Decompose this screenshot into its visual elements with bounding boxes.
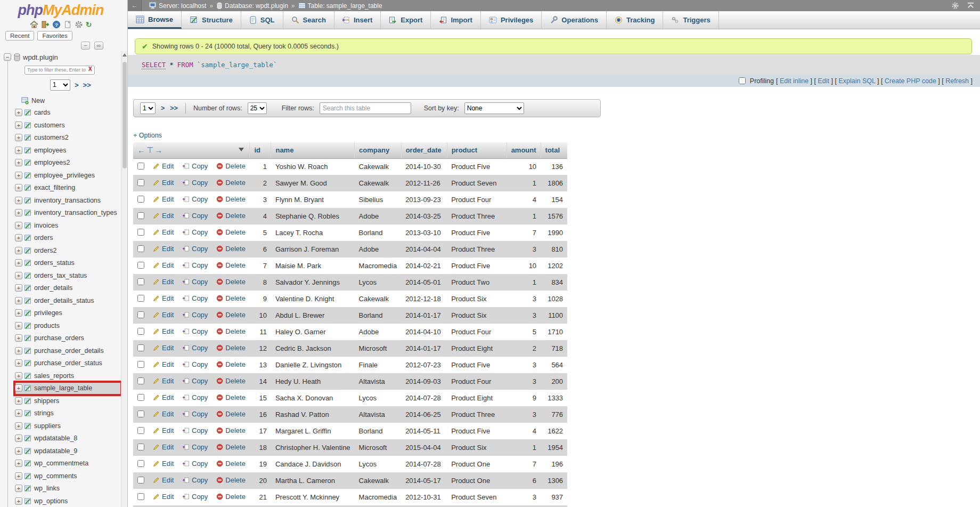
recent-button[interactable]: Recent bbox=[5, 31, 34, 41]
tab-search[interactable]: Search bbox=[283, 11, 334, 29]
tree-table-item[interactable]: + purchase_order_details bbox=[15, 344, 121, 357]
copy-link[interactable]: Copy bbox=[183, 294, 208, 302]
row-checkbox[interactable] bbox=[137, 295, 144, 302]
tree-next-page[interactable]: > bbox=[75, 81, 79, 89]
copy-link[interactable]: Copy bbox=[183, 195, 208, 203]
delete-link[interactable]: Delete bbox=[216, 377, 246, 385]
copy-link[interactable]: Copy bbox=[183, 360, 208, 368]
expand-icon[interactable]: + bbox=[15, 197, 22, 204]
tree-table-item[interactable]: + wp_options bbox=[15, 495, 121, 507]
tree-table-item[interactable]: + purchase_order_status bbox=[15, 357, 121, 370]
tree-table-item[interactable]: + wp_comments bbox=[15, 470, 121, 482]
row-checkbox[interactable] bbox=[137, 477, 144, 484]
expand-icon[interactable]: + bbox=[15, 347, 22, 355]
sql-keyword-select[interactable]: SELECT bbox=[142, 61, 166, 69]
tree-last-page[interactable]: >> bbox=[83, 81, 91, 89]
row-checkbox[interactable] bbox=[137, 229, 144, 236]
delete-link[interactable]: Delete bbox=[216, 261, 246, 269]
tree-table-item[interactable]: + strings bbox=[15, 407, 121, 420]
sort-caret-icon[interactable] bbox=[239, 148, 244, 151]
edit-link[interactable]: Edit bbox=[153, 179, 174, 187]
tree-table-item[interactable]: + suppliers bbox=[15, 420, 121, 432]
expand-icon[interactable]: + bbox=[15, 359, 22, 367]
delete-link[interactable]: Delete bbox=[216, 179, 246, 187]
edit-link[interactable]: Edit bbox=[153, 294, 174, 302]
delete-link[interactable]: Delete bbox=[216, 360, 246, 368]
copy-link[interactable]: Copy bbox=[183, 493, 208, 501]
edit-link[interactable]: Edit bbox=[153, 245, 174, 253]
copy-link[interactable]: Copy bbox=[183, 162, 208, 170]
page-settings-gear-icon[interactable] bbox=[951, 2, 959, 10]
expand-icon[interactable]: + bbox=[15, 460, 22, 467]
column-reorder-icon[interactable]: ←⊤→ bbox=[137, 146, 164, 155]
tab-sql[interactable]: SQL bbox=[241, 11, 283, 29]
copy-link[interactable]: Copy bbox=[183, 443, 208, 451]
copy-link[interactable]: Copy bbox=[183, 261, 208, 269]
expand-icon[interactable]: + bbox=[15, 372, 22, 380]
edit-link[interactable]: Edit bbox=[153, 344, 174, 352]
edit-link[interactable]: Edit bbox=[153, 162, 174, 170]
row-checkbox[interactable] bbox=[137, 427, 144, 434]
edit-link[interactable]: Edit bbox=[153, 311, 174, 319]
sync-link-button[interactable]: ∞ bbox=[94, 42, 103, 50]
copy-link[interactable]: Copy bbox=[183, 245, 208, 253]
edit-link[interactable]: Edit bbox=[153, 228, 174, 236]
tab-insert[interactable]: Insert bbox=[334, 11, 381, 29]
tree-table-item[interactable]: + privileges bbox=[15, 307, 121, 320]
expand-icon[interactable]: + bbox=[15, 122, 22, 129]
tree-page-select[interactable]: 1 bbox=[50, 79, 70, 91]
options-toggle[interactable]: + Options bbox=[133, 132, 162, 139]
profiling-link[interactable]: Refresh bbox=[945, 77, 969, 85]
delete-link[interactable]: Delete bbox=[216, 228, 246, 236]
expand-icon[interactable]: + bbox=[15, 297, 22, 304]
row-checkbox[interactable] bbox=[137, 411, 144, 417]
expand-icon[interactable]: + bbox=[15, 309, 22, 317]
row-checkbox[interactable] bbox=[137, 245, 144, 252]
delete-link[interactable]: Delete bbox=[216, 278, 246, 286]
delete-link[interactable]: Delete bbox=[216, 162, 246, 170]
tree-table-item[interactable]: + wp_commentmeta bbox=[15, 457, 121, 470]
sidebar-scrollbar[interactable] bbox=[121, 51, 127, 507]
filter-clear-icon[interactable]: X bbox=[88, 66, 92, 72]
home-icon[interactable] bbox=[30, 20, 38, 29]
tree-table-item[interactable]: + wpdatatable_9 bbox=[15, 445, 121, 457]
delete-link[interactable]: Delete bbox=[216, 327, 246, 335]
expand-icon[interactable]: + bbox=[15, 485, 22, 492]
copy-link[interactable]: Copy bbox=[183, 311, 208, 319]
profiling-link[interactable]: Edit inline bbox=[780, 77, 808, 85]
edit-link[interactable]: Edit bbox=[153, 212, 174, 220]
expand-icon[interactable]: + bbox=[15, 259, 22, 267]
expand-icon[interactable]: + bbox=[15, 497, 22, 505]
row-checkbox[interactable] bbox=[137, 394, 144, 401]
row-checkbox[interactable] bbox=[137, 196, 144, 203]
tree-table-item[interactable]: + purchase_orders bbox=[15, 332, 121, 345]
row-checkbox[interactable] bbox=[137, 444, 144, 450]
last-page-button[interactable]: >> bbox=[170, 104, 178, 112]
delete-link[interactable]: Delete bbox=[216, 493, 246, 501]
edit-link[interactable]: Edit bbox=[153, 377, 174, 385]
table-filter-input[interactable] bbox=[320, 102, 411, 114]
tree-table-item[interactable]: + invoices bbox=[15, 219, 121, 232]
row-checkbox[interactable] bbox=[137, 278, 144, 285]
tab-structure[interactable]: Structure bbox=[182, 11, 241, 29]
expand-icon[interactable]: + bbox=[15, 247, 22, 254]
expand-icon[interactable]: + bbox=[15, 222, 22, 229]
tab-tracking[interactable]: Tracking bbox=[607, 11, 663, 29]
delete-link[interactable]: Delete bbox=[216, 460, 246, 468]
back-button[interactable]: ← bbox=[128, 0, 142, 11]
tree-table-item[interactable]: + sample_large_table bbox=[15, 382, 121, 395]
edit-link[interactable]: Edit bbox=[153, 261, 174, 269]
row-checkbox[interactable] bbox=[137, 179, 144, 186]
column-header-id[interactable]: id bbox=[250, 142, 271, 158]
edit-link[interactable]: Edit bbox=[153, 393, 174, 401]
reload-navigation-icon[interactable]: ↻ bbox=[86, 21, 92, 28]
tree-table-item[interactable]: + orders_status bbox=[15, 257, 121, 270]
column-header-amount[interactable]: amount bbox=[507, 142, 541, 158]
tree-table-item[interactable]: + cards bbox=[15, 107, 121, 119]
database-name[interactable]: wpdt.plugin bbox=[23, 53, 58, 61]
tree-table-item[interactable]: + employee_privileges bbox=[15, 169, 121, 182]
tree-table-item[interactable]: + customers2 bbox=[15, 132, 121, 144]
copy-link[interactable]: Copy bbox=[183, 344, 208, 352]
tab-privileges[interactable]: Privileges bbox=[481, 11, 542, 29]
edit-link[interactable]: Edit bbox=[153, 195, 174, 203]
